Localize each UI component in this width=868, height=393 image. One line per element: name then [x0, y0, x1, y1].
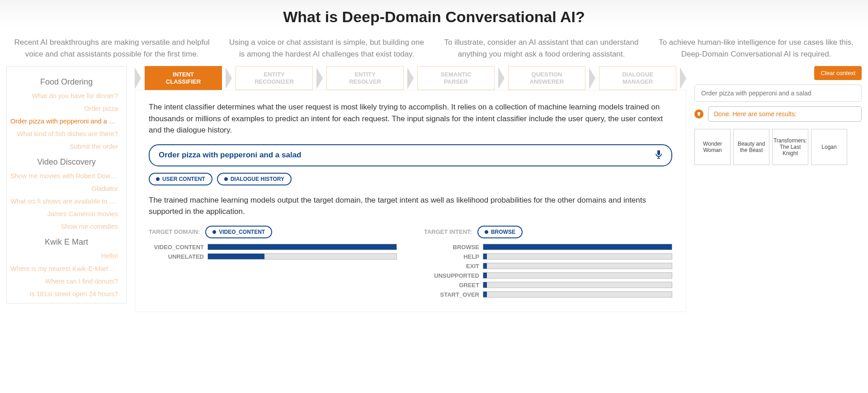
bar-fill	[483, 273, 487, 278]
microphone-icon[interactable]	[655, 150, 662, 161]
sidebar-item[interactable]: Order pizza with pepperoni and a salad	[10, 115, 123, 128]
intro-col-0: Recent AI breakthroughs are making versa…	[14, 37, 210, 60]
query-input[interactable]	[694, 85, 862, 102]
target-domain-col: TARGET DOMAIN: VIDEO_CONTENT VIDEO_CONTE…	[149, 226, 397, 301]
result-cards: Wonder WomanBeauty and the BeastTransfor…	[694, 129, 862, 165]
pipeline-stage[interactable]: DIALOGUEMANAGER	[599, 66, 676, 90]
target-intent-col: TARGET INTENT: BROWSE BROWSEHELPEXITUNSU…	[424, 226, 672, 301]
sidebar-item[interactable]: What do you have for dinner?	[10, 90, 123, 102]
intro-row: Recent AI breakthroughs are making versa…	[0, 37, 868, 60]
bar-fill	[483, 282, 487, 288]
sidebar-item[interactable]: James Cameron movies	[10, 208, 123, 220]
bar-row: VIDEO_CONTENT	[149, 244, 397, 251]
pipeline-stage[interactable]: ENTITYRECOGNIZER	[236, 66, 313, 90]
bar-track	[483, 272, 672, 279]
right-panel: Clear context Done. Here are some result…	[694, 66, 862, 165]
bar-row: HELP	[424, 253, 672, 260]
bar-fill	[483, 263, 487, 269]
bar-row: BROWSE	[424, 244, 672, 251]
bar-row: UNSUPPORTED	[424, 272, 672, 279]
sidebar: Food OrderingWhat do you have for dinner…	[6, 66, 127, 303]
result-card[interactable]: Beauty and the Beast	[733, 129, 769, 165]
pipeline-stage[interactable]: QUESTIONANSWERER	[508, 66, 585, 90]
sidebar-item[interactable]: Where is my nearest Kwik-E-Mart store?	[10, 262, 123, 275]
target-domain-label: TARGET DOMAIN:	[149, 228, 200, 235]
dot-icon	[156, 177, 160, 181]
bar-track	[208, 253, 397, 260]
dialogue-history-pill[interactable]: DIALOGUE HISTORY	[217, 173, 292, 185]
page-title: What is Deep-Domain Conversational AI?	[0, 8, 868, 26]
svg-rect-4	[698, 115, 700, 116]
result-card[interactable]: Transformers: The Last Knight	[772, 129, 808, 165]
sidebar-item[interactable]: Where can I find donuts?	[10, 275, 123, 288]
clear-context-button[interactable]: Clear context	[814, 66, 862, 80]
query-box[interactable]: Order pizza with pepperoni and a salad	[149, 144, 672, 166]
pipeline-stage[interactable]: INTENTCLASSIFIER	[145, 66, 222, 90]
result-card[interactable]: Logan	[811, 129, 847, 165]
classifier-panel: The intent classifier determines what th…	[135, 90, 686, 312]
chevron-right-icon	[498, 67, 505, 89]
bar-track	[208, 244, 397, 250]
sidebar-item[interactable]: Hello!	[10, 250, 123, 262]
sidebar-item[interactable]: Order pizza	[10, 102, 123, 115]
chevron-right-icon	[589, 67, 595, 89]
target-intent-label: TARGET INTENT:	[424, 228, 472, 235]
sidebar-item[interactable]: Is 181st street open 24 hours?	[10, 288, 123, 300]
user-content-pill[interactable]: USER CONTENT	[149, 173, 212, 185]
bar-label: BROWSE	[424, 244, 483, 251]
sidebar-section-title: Video Discovery	[10, 157, 123, 167]
bar-track	[483, 263, 672, 269]
bar-row: GREET	[424, 282, 672, 289]
chevron-right-icon	[680, 67, 686, 89]
intro-col-1: Using a voice or chat assistant is simpl…	[228, 37, 425, 60]
dot-icon	[485, 230, 488, 234]
bulb-icon	[694, 109, 703, 118]
pill-label: BROWSE	[491, 229, 515, 235]
chevron-right-icon	[316, 67, 323, 89]
panel-desc-1: The intent classifier determines what th…	[149, 101, 672, 136]
bar-label: HELP	[424, 253, 483, 260]
bar-fill	[208, 254, 264, 259]
sidebar-item[interactable]: Gladiator	[10, 182, 123, 195]
bar-track	[483, 282, 672, 288]
bar-label: START_OVER	[424, 291, 483, 298]
target-intent-pill[interactable]: BROWSE	[477, 226, 523, 238]
bar-track	[483, 253, 672, 260]
bar-row: UNRELATED	[149, 253, 397, 260]
bar-label: EXIT	[424, 263, 483, 270]
result-card[interactable]: Wonder Woman	[694, 129, 731, 165]
sidebar-item[interactable]: What sci fi shows are available to watch…	[10, 195, 123, 208]
query-text: Order pizza with pepperoni and a salad	[159, 151, 302, 160]
sidebar-section-title: Kwik E Mart	[10, 237, 123, 247]
sidebar-item[interactable]: Show me movies with Robert Downey Jr	[10, 170, 123, 182]
sidebar-item[interactable]: Submit the order	[10, 140, 123, 153]
target-domain-pill[interactable]: VIDEO_CONTENT	[205, 226, 272, 238]
bar-row: EXIT	[424, 263, 672, 270]
dot-icon	[224, 177, 228, 181]
bar-track	[483, 291, 672, 298]
bar-label: GREET	[424, 282, 483, 289]
bar-row: START_OVER	[424, 291, 672, 298]
svg-rect-0	[657, 150, 660, 155]
svg-point-3	[698, 112, 700, 115]
chevron-right-icon	[226, 67, 232, 89]
bar-label: UNSUPPORTED	[424, 272, 483, 279]
pill-label: VIDEO_CONTENT	[219, 229, 265, 235]
sidebar-item[interactable]: Show me comedies	[10, 220, 123, 233]
chevron-right-icon	[135, 67, 141, 89]
bar-label: VIDEO_CONTENT	[149, 244, 208, 251]
bar-label: UNRELATED	[149, 253, 208, 260]
sidebar-item[interactable]: What kind of fish dishes are there?	[10, 128, 123, 140]
pipeline-stage[interactable]: SEMANTICPARSER	[417, 66, 495, 90]
bar-fill	[483, 292, 487, 297]
bar-fill	[483, 254, 487, 259]
intro-col-3: To achieve human-like intelligence for u…	[658, 37, 854, 60]
dot-icon	[212, 230, 216, 234]
bar-fill	[483, 244, 672, 250]
pipeline: INTENTCLASSIFIERENTITYRECOGNIZERENTITYRE…	[135, 66, 686, 90]
pill-label: USER CONTENT	[162, 176, 205, 182]
pill-label: DIALOGUE HISTORY	[231, 176, 284, 182]
panel-desc-2: The trained machine learning models outp…	[149, 194, 672, 218]
bar-track	[483, 244, 672, 250]
pipeline-stage[interactable]: ENTITYRESOLVER	[326, 66, 404, 90]
